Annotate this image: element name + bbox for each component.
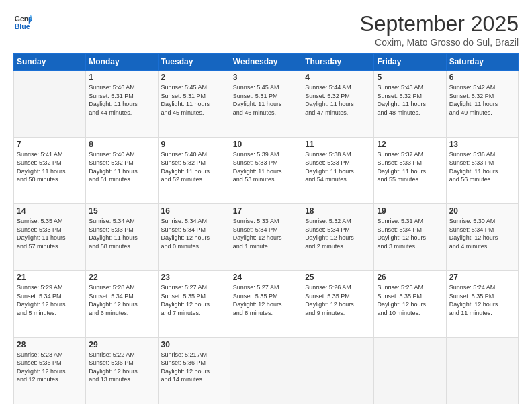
day-info: Sunrise: 5:27 AM Sunset: 5:35 PM Dayligh…: [233, 283, 299, 317]
calendar-cell: 4Sunrise: 5:44 AM Sunset: 5:32 PM Daylig…: [302, 71, 374, 137]
logo: General Blue: [13, 12, 32, 31]
day-number: 24: [233, 273, 299, 282]
day-info: Sunrise: 5:36 AM Sunset: 5:33 PM Dayligh…: [449, 150, 515, 184]
day-info: Sunrise: 5:22 AM Sunset: 5:36 PM Dayligh…: [89, 351, 154, 384]
col-monday: Monday: [86, 54, 158, 71]
day-info: Sunrise: 5:40 AM Sunset: 5:32 PM Dayligh…: [161, 150, 227, 184]
day-info: Sunrise: 5:35 AM Sunset: 5:33 PM Dayligh…: [17, 217, 83, 250]
day-info: Sunrise: 5:34 AM Sunset: 5:33 PM Dayligh…: [89, 217, 154, 250]
header: General Blue September 2025 Coxim, Mato …: [13, 12, 519, 48]
calendar-week-2: 7Sunrise: 5:41 AM Sunset: 5:32 PM Daylig…: [14, 137, 519, 203]
day-info: Sunrise: 5:21 AM Sunset: 5:36 PM Dayligh…: [161, 351, 227, 384]
calendar-cell: 26Sunrise: 5:25 AM Sunset: 5:35 PM Dayli…: [374, 271, 446, 337]
day-number: 4: [305, 73, 371, 82]
day-info: Sunrise: 5:31 AM Sunset: 5:34 PM Dayligh…: [377, 217, 443, 250]
day-number: 20: [449, 206, 515, 216]
col-friday: Friday: [374, 54, 446, 71]
day-number: 8: [89, 140, 154, 149]
col-wednesday: Wednesday: [230, 54, 302, 71]
day-number: 6: [449, 73, 515, 82]
day-info: Sunrise: 5:30 AM Sunset: 5:34 PM Dayligh…: [449, 217, 515, 250]
calendar-cell: 10Sunrise: 5:39 AM Sunset: 5:33 PM Dayli…: [230, 137, 302, 203]
day-number: 29: [89, 340, 154, 349]
calendar-cell: 14Sunrise: 5:35 AM Sunset: 5:33 PM Dayli…: [14, 203, 86, 270]
day-info: Sunrise: 5:46 AM Sunset: 5:31 PM Dayligh…: [89, 83, 154, 117]
header-row: Sunday Monday Tuesday Wednesday Thursday…: [14, 54, 519, 71]
day-number: 30: [161, 340, 227, 349]
calendar-cell: [374, 337, 446, 404]
day-number: 9: [161, 140, 227, 149]
day-number: 15: [89, 206, 154, 216]
day-number: 27: [449, 273, 515, 282]
calendar-cell: 15Sunrise: 5:34 AM Sunset: 5:33 PM Dayli…: [86, 203, 158, 270]
calendar-week-1: 1Sunrise: 5:46 AM Sunset: 5:31 PM Daylig…: [14, 71, 519, 137]
calendar-cell: [14, 71, 86, 137]
col-tuesday: Tuesday: [158, 54, 230, 71]
calendar-cell: 9Sunrise: 5:40 AM Sunset: 5:32 PM Daylig…: [158, 137, 230, 203]
day-info: Sunrise: 5:27 AM Sunset: 5:35 PM Dayligh…: [161, 283, 227, 317]
day-info: Sunrise: 5:25 AM Sunset: 5:35 PM Dayligh…: [377, 283, 443, 317]
day-info: Sunrise: 5:44 AM Sunset: 5:32 PM Dayligh…: [305, 83, 371, 117]
calendar-cell: 2Sunrise: 5:45 AM Sunset: 5:31 PM Daylig…: [158, 71, 230, 137]
calendar-cell: 1Sunrise: 5:46 AM Sunset: 5:31 PM Daylig…: [86, 71, 158, 137]
day-number: 21: [17, 273, 83, 282]
calendar-cell: 27Sunrise: 5:24 AM Sunset: 5:35 PM Dayli…: [446, 271, 518, 337]
day-number: 1: [89, 73, 154, 82]
calendar-cell: 8Sunrise: 5:40 AM Sunset: 5:32 PM Daylig…: [86, 137, 158, 203]
day-number: 26: [377, 273, 443, 282]
calendar-week-4: 21Sunrise: 5:29 AM Sunset: 5:34 PM Dayli…: [14, 271, 519, 337]
calendar-cell: 16Sunrise: 5:34 AM Sunset: 5:34 PM Dayli…: [158, 203, 230, 270]
calendar-cell: 19Sunrise: 5:31 AM Sunset: 5:34 PM Dayli…: [374, 203, 446, 270]
calendar-cell: 28Sunrise: 5:23 AM Sunset: 5:36 PM Dayli…: [14, 337, 86, 404]
day-info: Sunrise: 5:39 AM Sunset: 5:33 PM Dayligh…: [233, 150, 299, 184]
day-number: 17: [233, 206, 299, 216]
calendar-cell: 17Sunrise: 5:33 AM Sunset: 5:34 PM Dayli…: [230, 203, 302, 270]
title-area: September 2025 Coxim, Mato Grosso do Sul…: [359, 12, 519, 48]
day-number: 18: [305, 206, 371, 216]
calendar-cell: 5Sunrise: 5:43 AM Sunset: 5:32 PM Daylig…: [374, 71, 446, 137]
page: General Blue September 2025 Coxim, Mato …: [0, 0, 532, 411]
day-info: Sunrise: 5:42 AM Sunset: 5:32 PM Dayligh…: [449, 83, 515, 117]
month-title: September 2025: [359, 12, 519, 36]
location: Coxim, Mato Grosso do Sul, Brazil: [359, 37, 519, 48]
calendar-cell: 30Sunrise: 5:21 AM Sunset: 5:36 PM Dayli…: [158, 337, 230, 404]
day-number: 16: [161, 206, 227, 216]
calendar-week-5: 28Sunrise: 5:23 AM Sunset: 5:36 PM Dayli…: [14, 337, 519, 404]
day-number: 2: [161, 73, 227, 82]
day-info: Sunrise: 5:26 AM Sunset: 5:35 PM Dayligh…: [305, 283, 371, 317]
calendar-cell: [302, 337, 374, 404]
calendar-cell: [446, 337, 518, 404]
calendar-cell: 6Sunrise: 5:42 AM Sunset: 5:32 PM Daylig…: [446, 71, 518, 137]
day-number: 13: [449, 140, 515, 149]
day-info: Sunrise: 5:33 AM Sunset: 5:34 PM Dayligh…: [233, 217, 299, 250]
day-number: 23: [161, 273, 227, 282]
calendar-week-3: 14Sunrise: 5:35 AM Sunset: 5:33 PM Dayli…: [14, 203, 519, 270]
calendar-cell: 25Sunrise: 5:26 AM Sunset: 5:35 PM Dayli…: [302, 271, 374, 337]
calendar-cell: 21Sunrise: 5:29 AM Sunset: 5:34 PM Dayli…: [14, 271, 86, 337]
day-info: Sunrise: 5:38 AM Sunset: 5:33 PM Dayligh…: [305, 150, 371, 184]
col-sunday: Sunday: [14, 54, 86, 71]
day-number: 12: [377, 140, 443, 149]
calendar-table: Sunday Monday Tuesday Wednesday Thursday…: [13, 53, 519, 404]
col-thursday: Thursday: [302, 54, 374, 71]
calendar-cell: 24Sunrise: 5:27 AM Sunset: 5:35 PM Dayli…: [230, 271, 302, 337]
day-info: Sunrise: 5:41 AM Sunset: 5:32 PM Dayligh…: [17, 150, 83, 184]
calendar-cell: 20Sunrise: 5:30 AM Sunset: 5:34 PM Dayli…: [446, 203, 518, 270]
day-info: Sunrise: 5:29 AM Sunset: 5:34 PM Dayligh…: [17, 283, 83, 317]
day-info: Sunrise: 5:23 AM Sunset: 5:36 PM Dayligh…: [17, 351, 83, 384]
day-number: 19: [377, 206, 443, 216]
day-info: Sunrise: 5:34 AM Sunset: 5:34 PM Dayligh…: [161, 217, 227, 250]
svg-text:Blue: Blue: [15, 22, 30, 30]
day-info: Sunrise: 5:37 AM Sunset: 5:33 PM Dayligh…: [377, 150, 443, 184]
day-info: Sunrise: 5:28 AM Sunset: 5:34 PM Dayligh…: [89, 283, 154, 317]
day-number: 11: [305, 140, 371, 149]
day-number: 22: [89, 273, 154, 282]
day-info: Sunrise: 5:45 AM Sunset: 5:31 PM Dayligh…: [233, 83, 299, 117]
day-info: Sunrise: 5:24 AM Sunset: 5:35 PM Dayligh…: [449, 283, 515, 317]
day-info: Sunrise: 5:45 AM Sunset: 5:31 PM Dayligh…: [161, 83, 227, 117]
day-number: 3: [233, 73, 299, 82]
logo-icon: General Blue: [13, 12, 32, 31]
day-number: 5: [377, 73, 443, 82]
col-saturday: Saturday: [446, 54, 518, 71]
calendar-cell: 7Sunrise: 5:41 AM Sunset: 5:32 PM Daylig…: [14, 137, 86, 203]
